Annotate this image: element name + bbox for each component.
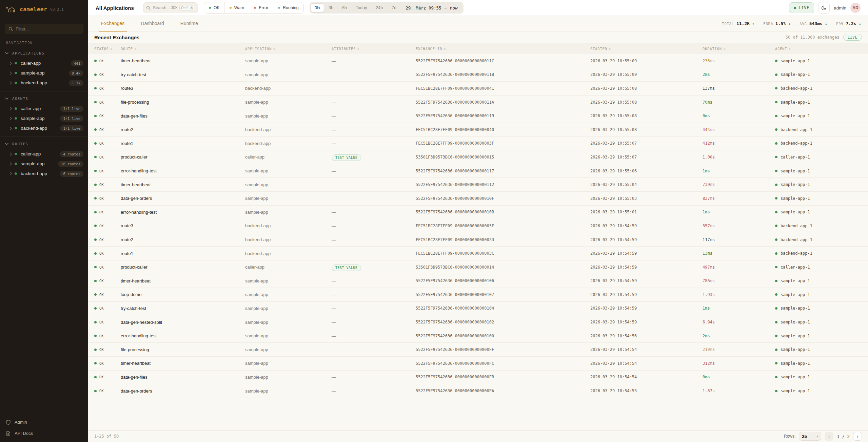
column-header-attributes[interactable]: ATTRIBUTES ⇅: [332, 47, 416, 51]
sidebar-item-sample-app[interactable]: sample-app 18 routes: [0, 159, 88, 169]
rows-per-page-select[interactable]: 25 ▾: [799, 432, 821, 441]
tab-exchanges[interactable]: Exchanges: [99, 16, 127, 31]
table-row[interactable]: OK file-processing sample-app — 5522F5F9…: [88, 96, 868, 109]
time-range-option-1h[interactable]: 1h: [311, 3, 324, 12]
table-row[interactable]: OK data-gen-nested-split sample-app — 55…: [88, 315, 868, 329]
status-filter-chip-warn[interactable]: Warn: [224, 2, 249, 13]
agent-cell: caller-app-1: [775, 265, 862, 270]
avatar[interactable]: AD: [850, 3, 861, 13]
sidebar-item-api-docs[interactable]: API Docs: [0, 428, 88, 439]
agent-status-dot: [775, 184, 777, 186]
table-row[interactable]: OK timer-heartbeat sample-app — 5522F5F9…: [88, 178, 868, 192]
sidebar-item-backend-app[interactable]: backend-app 1/1 live: [0, 123, 88, 133]
table-row[interactable]: OK file-processing sample-app — 5522F5F9…: [88, 343, 868, 357]
next-page-button[interactable]: ›: [853, 432, 862, 441]
table-row[interactable]: OK error-handling-test sample-app — 5522…: [88, 329, 868, 343]
sidebar-item-caller-app[interactable]: caller-app 1/1 live: [0, 104, 88, 113]
table-row[interactable]: OK route1 backend-app — FEC51BC28E7FF09-…: [88, 137, 868, 151]
table-row[interactable]: OK timer-heartbeat sample-app — 5522F5F9…: [88, 357, 868, 371]
sidebar-nav-group-routes: ROUTES caller-app 4 routes sample-app 18…: [0, 137, 88, 182]
attribute-empty: —: [332, 292, 336, 297]
search-box: Ctrl+K: [143, 2, 198, 13]
status-text: OK: [99, 59, 104, 63]
table-row[interactable]: OK data-gen-orders sample-app — 5522F5F9…: [88, 192, 868, 206]
duration-cell: 1.67s: [703, 388, 775, 393]
exchange-id-cell: FEC51BC28E7FF09-000000000000003C: [416, 251, 590, 256]
duration-cell: 786ms: [703, 278, 775, 283]
live-toggle-button[interactable]: LIVE: [789, 2, 814, 13]
status-text: OK: [99, 293, 104, 297]
attribute-empty: —: [332, 388, 336, 394]
sidebar-group-items: caller-app 1/1 live sample-app 1/1 live …: [0, 104, 88, 133]
table-row[interactable]: OK data-gen-files sample-app — 5522F5F97…: [88, 109, 868, 123]
theme-toggle-button[interactable]: [818, 2, 830, 14]
table-row[interactable]: OK route1 backend-app — FEC51BC28E7FF09-…: [88, 247, 868, 260]
sidebar-filter-input[interactable]: [16, 26, 80, 31]
sidebar-item-backend-app[interactable]: backend-app 1.3k: [0, 78, 88, 88]
table-row[interactable]: OK route3 backend-app — FEC51BC28E7FF09-…: [88, 82, 868, 96]
status-dot: [15, 127, 17, 129]
camel-logo-icon: [5, 5, 17, 14]
agent-cell: backend-app-1: [775, 251, 862, 256]
agent-cell: backend-app-1: [775, 237, 862, 242]
table-row[interactable]: OK route2 backend-app — FEC51BC28E7FF09-…: [88, 123, 868, 137]
table-row[interactable]: OK data-gen-files sample-app — 5522F5F97…: [88, 371, 868, 384]
column-header-exchange-id[interactable]: EXCHANGE ID ⇅: [416, 47, 590, 51]
date-range-display[interactable]: 29. März 09:55–now: [401, 5, 462, 10]
status-filter-chip-ok[interactable]: OK: [204, 2, 224, 13]
sidebar-group-header[interactable]: AGENTS: [0, 93, 88, 104]
time-range-option-3h[interactable]: 3h: [324, 3, 338, 12]
column-header-agent[interactable]: AGENT ⇅: [775, 47, 862, 51]
sidebar-group-header[interactable]: APPLICATIONS: [0, 48, 88, 58]
sidebar-item-sample-app[interactable]: sample-app 1/1 live: [0, 113, 88, 123]
table-row[interactable]: OK loop-demo sample-app — 5522F5F9754263…: [88, 288, 868, 302]
column-header-duration[interactable]: DURATION ⇅: [703, 47, 775, 51]
status-filter-chip-running[interactable]: Running: [273, 2, 303, 13]
table-row[interactable]: OK try-catch-test sample-app — 5522F5F97…: [88, 302, 868, 316]
table-row[interactable]: OK product-caller caller-app TEST VALUE …: [88, 150, 868, 164]
tab-runtime[interactable]: Runtime: [178, 16, 200, 31]
table-row[interactable]: OK data-gen-orders sample-app — 5522F5F9…: [88, 384, 868, 398]
table-row[interactable]: OK error-handling-test sample-app — 5522…: [88, 206, 868, 219]
time-range-option-today[interactable]: Today: [351, 3, 371, 12]
column-header-started[interactable]: STARTED ⇅: [590, 47, 703, 51]
started-cell: 2026-03-29 10:55:09: [590, 59, 703, 63]
sidebar-item-badge: 4 routes: [60, 151, 83, 157]
sidebar-item-admin[interactable]: Admin: [0, 417, 88, 428]
agent-name: sample-app-1: [781, 320, 810, 324]
table-row[interactable]: OK route3 backend-app — FEC51BC28E7FF09-…: [88, 219, 868, 233]
time-range-option-6h[interactable]: 6h: [338, 3, 351, 12]
column-header-route[interactable]: ROUTE ⇅: [121, 47, 245, 51]
previous-page-button[interactable]: ‹: [825, 432, 833, 441]
time-range-group: 1h3h6hToday24h7d29. März 09:55–now: [310, 2, 463, 14]
tab-dashboard[interactable]: Dashboard: [138, 16, 166, 31]
column-header-application[interactable]: APPLICATION ⇅: [245, 47, 332, 51]
exchange-id-cell: FEC51BC28E7FF09-000000000000003D: [416, 237, 590, 242]
time-range-option-7d[interactable]: 7d: [387, 3, 401, 12]
route-cell: route2: [121, 127, 245, 132]
status-dot: [94, 60, 97, 62]
table-row[interactable]: OK product-caller caller-app TEST VALUE …: [88, 260, 868, 274]
search-input[interactable]: [153, 5, 177, 10]
sidebar-item-sample-app[interactable]: sample-app 9.4k: [0, 68, 88, 78]
table-row[interactable]: OK try-catch-test sample-app — 5522F5F97…: [88, 68, 868, 82]
sidebar-item-backend-app[interactable]: backend-app 6 routes: [0, 169, 88, 178]
column-header-status[interactable]: STATUS ⇅: [94, 47, 121, 51]
sidebar-item-caller-app[interactable]: caller-app 4 routes: [0, 149, 88, 159]
sidebar-group-header[interactable]: ROUTES: [0, 139, 88, 149]
application-cell: sample-app: [245, 182, 332, 187]
sidebar-nav-group-applications: APPLICATIONS caller-app 441 sample-app 9…: [0, 46, 88, 91]
chevron-down-icon: [5, 98, 8, 100]
table-row[interactable]: OK timer-heartbeat sample-app — 5522F5F9…: [88, 274, 868, 288]
logo-row: cameleer v3.2.1: [0, 0, 88, 19]
time-range-option-24h[interactable]: 24h: [371, 3, 387, 12]
sidebar-item-caller-app[interactable]: caller-app 441: [0, 58, 88, 68]
status-dot: [15, 107, 17, 110]
table-row[interactable]: OK error-handling-test sample-app — 5522…: [88, 164, 868, 178]
duration-cell: 117ms: [703, 237, 775, 242]
rows-per-page-value: 25: [802, 434, 807, 439]
user-name[interactable]: admin: [834, 5, 846, 10]
status-filter-chip-error[interactable]: Error: [249, 2, 273, 13]
table-row[interactable]: OK route2 backend-app — FEC51BC28E7FF09-…: [88, 233, 868, 247]
table-row[interactable]: OK timer-heartbeat sample-app — 5522F5F9…: [88, 54, 868, 68]
